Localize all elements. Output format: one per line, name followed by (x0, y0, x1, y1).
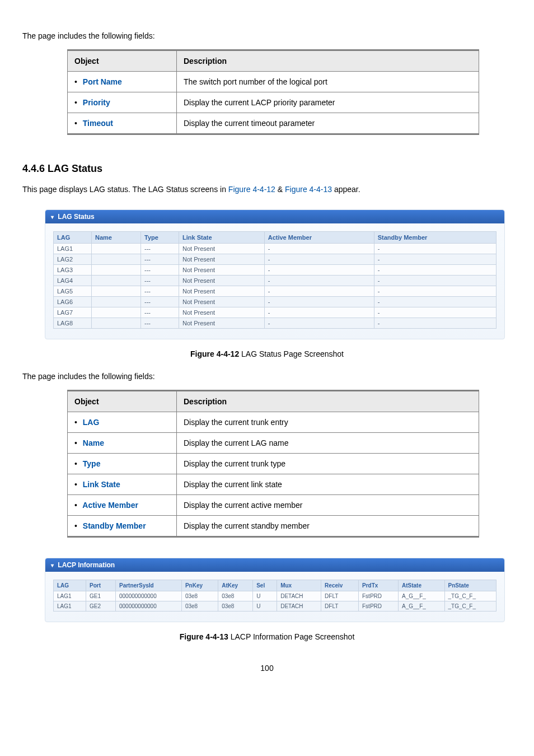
cell (92, 265, 141, 276)
bullet-icon: • (74, 438, 77, 447)
cell: _TG_C_F_ (444, 601, 496, 612)
col-description: Description (177, 391, 479, 412)
cell: DFLT (321, 601, 359, 612)
description-cell: Display the current LAG name (177, 433, 479, 454)
section-intro: This page displays LAG status. The LAG S… (22, 185, 512, 194)
object-name: Type (81, 459, 101, 468)
figure-caption-1: Figure 4-4-12 LAG Status Page Screenshot (22, 349, 512, 358)
cell: --- (141, 254, 179, 265)
cell: LAG3 (54, 265, 92, 276)
description-cell: Display the current timeout parameter (177, 113, 479, 134)
cell (92, 297, 141, 307)
col-header: PnKey (181, 580, 218, 591)
object-cell: • Link State (68, 474, 177, 495)
cell: --- (141, 297, 179, 307)
cell: --- (141, 244, 179, 254)
cell: - (264, 286, 374, 297)
object-name: Standby Member (81, 521, 146, 530)
cell: GE1 (86, 591, 116, 601)
cell (92, 318, 141, 329)
cell: Not Present (179, 265, 265, 276)
bullet-icon: • (74, 521, 77, 530)
cell: --- (141, 307, 179, 318)
col-header: Link State (179, 232, 265, 244)
cell: Not Present (179, 307, 265, 318)
cell: 03e8 (218, 591, 253, 601)
section-heading: 4.4.6 LAG Status (22, 163, 512, 175)
fig-cap-1-rest: LAG Status Page Screenshot (239, 349, 344, 358)
cell: - (374, 286, 496, 297)
col-object: Object (68, 391, 177, 412)
chevron-down-icon: ▾ (51, 562, 54, 568)
cell: LAG1 (54, 591, 86, 601)
object-name: Priority (81, 98, 110, 107)
cell: A_G__F_ (399, 601, 445, 612)
intro-text-1: The page includes the following fields: (22, 31, 512, 40)
object-cell: • Name (68, 433, 177, 454)
cell: Not Present (179, 286, 265, 297)
table-row: LAG6---Not Present-- (54, 297, 496, 307)
object-cell: • Port Name (68, 72, 177, 92)
col-header: Port (86, 580, 116, 591)
description-cell: Display the current LACP priority parame… (177, 92, 479, 113)
table-row: LAG1---Not Present-- (54, 244, 496, 254)
page-number: 100 (22, 664, 512, 673)
object-cell: • LAG (68, 412, 177, 433)
cell: FstPRD (359, 601, 399, 612)
panel-header-lacp[interactable]: ▾ LACP Information (45, 558, 504, 572)
table-row: LAG7---Not Present-- (54, 307, 496, 318)
cell: - (264, 318, 374, 329)
cell: U (253, 601, 277, 612)
description-cell: Display the current active member (177, 495, 479, 516)
figure-link-2[interactable]: Figure 4-4-13 (285, 185, 332, 194)
panel-header-lag[interactable]: ▾ LAG Status (45, 210, 504, 223)
intro-text-2: The page includes the following fields: (22, 372, 512, 381)
object-cell: • Timeout (68, 113, 177, 134)
table-row: • Link StateDisplay the current link sta… (68, 474, 479, 495)
object-cell: • Priority (68, 92, 177, 113)
cell: - (374, 318, 496, 329)
col-header: AtState (399, 580, 445, 591)
cell (92, 286, 141, 297)
description-cell: Display the current trunk type (177, 454, 479, 474)
cell: _TG_C_F_ (444, 591, 496, 601)
col-header: Mux (277, 580, 321, 591)
cell: - (374, 254, 496, 265)
description-cell: Display the current link state (177, 474, 479, 495)
cell (92, 276, 141, 286)
cell: DETACH (277, 591, 321, 601)
cell: LAG6 (54, 297, 92, 307)
fields-table-1: Object Description • Port NameThe switch… (67, 49, 479, 135)
col-header: Receiv (321, 580, 359, 591)
table-row: • Port NameThe switch port number of the… (68, 72, 479, 92)
col-header: PrdTx (359, 580, 399, 591)
lacp-info-panel: ▾ LACP Information LAGPortPartnerSysIdPn… (45, 558, 505, 622)
col-header: Name (92, 232, 141, 244)
lag-status-table: LAGNameTypeLink StateActive MemberStandb… (53, 231, 496, 329)
cell (92, 307, 141, 318)
cell: 000000000000 (116, 601, 182, 612)
bullet-icon: • (74, 418, 77, 427)
cell (92, 244, 141, 254)
table-row: • LAGDisplay the current trunk entry (68, 412, 479, 433)
figure-link-1[interactable]: Figure 4-4-12 (228, 185, 275, 194)
intro-post: appear. (332, 185, 360, 194)
object-cell: • Type (68, 454, 177, 474)
cell: DETACH (277, 601, 321, 612)
cell: FstPRD (359, 591, 399, 601)
object-cell: • Standby Member (68, 516, 177, 537)
cell: 03e8 (181, 591, 218, 601)
lacp-info-table: LAGPortPartnerSysIdPnKeyAtKeySelMuxRecei… (53, 580, 496, 612)
table-row: LAG3---Not Present-- (54, 265, 496, 276)
col-object: Object (68, 50, 177, 72)
bullet-icon: • (74, 98, 77, 107)
cell: - (264, 244, 374, 254)
col-header: Type (141, 232, 179, 244)
cell: - (374, 244, 496, 254)
cell: Not Present (179, 244, 265, 254)
cell (92, 254, 141, 265)
fig-cap-2-rest: LACP Information Page Screenshot (228, 632, 354, 641)
cell: LAG2 (54, 254, 92, 265)
object-name: Timeout (81, 119, 113, 128)
bullet-icon: • (74, 480, 77, 489)
